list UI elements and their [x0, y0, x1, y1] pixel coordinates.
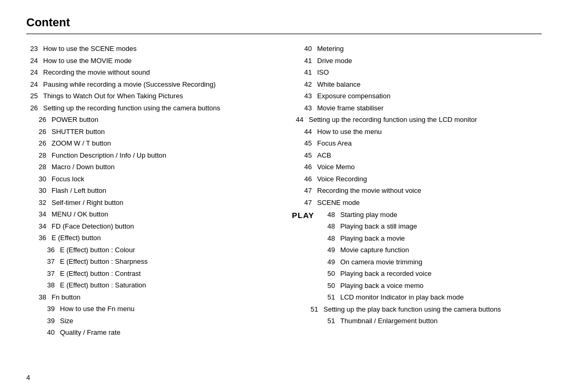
toc-number: 41 [292, 67, 317, 78]
toc-number: 32 [26, 198, 52, 208]
toc-text: Macro / Down button [52, 162, 276, 172]
toc-text: How to use the Fn menu [60, 304, 276, 314]
toc-number: 24 [26, 56, 43, 66]
toc-number: 26 [26, 115, 52, 125]
toc-number: 37 [26, 269, 60, 279]
toc-text: Focus lock [52, 174, 276, 184]
toc-text: Recording the movie without voice [317, 185, 542, 196]
toc-text: Quality / Frame rate [60, 327, 276, 338]
play-label: PLAY [292, 211, 323, 220]
right-toc-entry: 44How to use the menu [292, 127, 542, 137]
toc-number: 26 [26, 138, 52, 149]
toc-text: LCD monitor Indicator in play back mode [340, 292, 542, 303]
toc-number: 28 [26, 162, 52, 172]
toc-number: 42 [292, 79, 317, 90]
toc-number: 24 [26, 79, 43, 90]
play-toc-entry: 48Playing back a still image [292, 221, 542, 232]
toc-number: 40 [26, 327, 60, 338]
toc-number: 34 [26, 209, 52, 220]
toc-text: Pausing while recording a movie (Success… [43, 79, 276, 90]
toc-number: 26 [26, 127, 52, 137]
right-toc-entry: 41ISO [292, 67, 542, 78]
left-toc-entry: 25Things to Watch Out for When Taking Pi… [26, 91, 276, 101]
toc-text: Setting up the recording function using … [309, 115, 542, 125]
toc-number: 49 [292, 245, 340, 255]
toc-text: On camera movie trimming [340, 257, 542, 267]
toc-number: 45 [292, 150, 317, 161]
left-column: 23How to use the SCENE modes24How to use… [26, 44, 292, 339]
toc-number: 39 [26, 316, 60, 326]
toc-number: 50 [292, 269, 340, 279]
toc-number: 51 [292, 316, 340, 326]
left-toc-entry: 26Setting up the recording function usin… [26, 103, 276, 114]
toc-number: 50 [292, 281, 340, 291]
toc-number: 48 [292, 233, 340, 244]
toc-number: 25 [26, 91, 43, 101]
toc-number: 38 [26, 292, 52, 303]
toc-number: 28 [26, 150, 52, 161]
play-toc-entry: 50Playing back a voice memo [292, 281, 542, 291]
left-toc-entry: 26SHUTTER button [26, 127, 276, 137]
toc-text: Drive mode [317, 56, 542, 66]
toc-text: Things to Watch Out for When Taking Pict… [43, 91, 276, 101]
toc-number: 44 [292, 127, 317, 137]
toc-text: E (Effect) button [52, 233, 276, 243]
play-toc-entry: 48Playing back a movie [292, 233, 542, 244]
left-toc-entry: 39How to use the Fn menu [26, 304, 276, 314]
toc-text: Playing back a movie [340, 233, 542, 244]
toc-number: 24 [26, 67, 43, 78]
play-section: PLAY48Starting play mode [292, 211, 542, 220]
toc-text: Setting up the recording function using … [43, 103, 276, 114]
left-toc-entry: 40Quality / Frame rate [26, 327, 276, 338]
toc-text: Self-timer / Right button [52, 198, 276, 208]
left-toc-entry: 24Recording the movie without sound [26, 67, 276, 78]
toc-number: 38 [26, 280, 60, 291]
toc-number: 37 [26, 256, 60, 267]
toc-number: 36 [26, 233, 52, 243]
page-title: Content [26, 16, 542, 29]
toc-number: 39 [26, 304, 60, 314]
toc-number: 47 [292, 198, 317, 208]
right-toc-entry: 43Exposure compensation [292, 91, 542, 101]
toc-number: 46 [292, 174, 317, 184]
right-toc-entry: 43Movie frame stabiliser [292, 103, 542, 114]
left-toc-entry: 24How to use the MOVIE mode [26, 56, 276, 66]
title-divider [26, 34, 542, 34]
toc-text: MENU / OK button [52, 209, 276, 220]
right-toc-entry: 40Metering [292, 44, 542, 54]
toc-number: 23 [26, 44, 43, 54]
toc-text: Playing back a still image [340, 221, 542, 232]
toc-text: ZOOM W / T button [52, 138, 276, 149]
toc-text: Setting up the play back function using … [323, 304, 542, 315]
toc-text: FD (Face Detection) button [52, 221, 276, 232]
page-number: 4 [26, 374, 30, 381]
toc-text: Movie frame stabiliser [317, 103, 542, 114]
right-toc-entry: 46Voice Recording [292, 174, 542, 184]
right-toc-entry: 47SCENE mode [292, 198, 542, 208]
play-toc-entry: 51Setting up the play back function usin… [292, 304, 542, 315]
toc-number: 43 [292, 91, 317, 101]
right-toc-entry: 41Drive mode [292, 56, 542, 66]
left-toc-entry: 34MENU / OK button [26, 209, 276, 220]
toc-text: Recording the movie without sound [43, 67, 276, 78]
toc-number: 48 [323, 211, 340, 219]
toc-text: Function Description / Info / Up button [52, 150, 276, 161]
toc-text: How to use the SCENE modes [43, 44, 276, 54]
toc-text: How to use the MOVIE mode [43, 56, 276, 66]
left-toc-entry: 26ZOOM W / T button [26, 138, 276, 149]
toc-number: 41 [292, 56, 317, 66]
left-toc-entry: 36E (Effect) button [26, 233, 276, 243]
toc-number: 26 [26, 103, 43, 114]
left-toc-entry: 24Pausing while recording a movie (Succe… [26, 79, 276, 90]
left-toc-entry: 23How to use the SCENE modes [26, 44, 276, 54]
toc-text: E (Effect) button : Colour [60, 245, 276, 255]
right-toc-entry: 45ACB [292, 150, 542, 161]
toc-text: Fn button [52, 292, 276, 303]
toc-number: 44 [292, 115, 309, 125]
toc-number: 43 [292, 103, 317, 114]
right-toc-entry: 46Voice Memo [292, 162, 542, 172]
toc-text: Playing back a recorded voice [340, 269, 542, 279]
toc-text: Voice Recording [317, 174, 542, 184]
toc-text: ISO [317, 67, 542, 78]
toc-number: 51 [292, 304, 323, 315]
